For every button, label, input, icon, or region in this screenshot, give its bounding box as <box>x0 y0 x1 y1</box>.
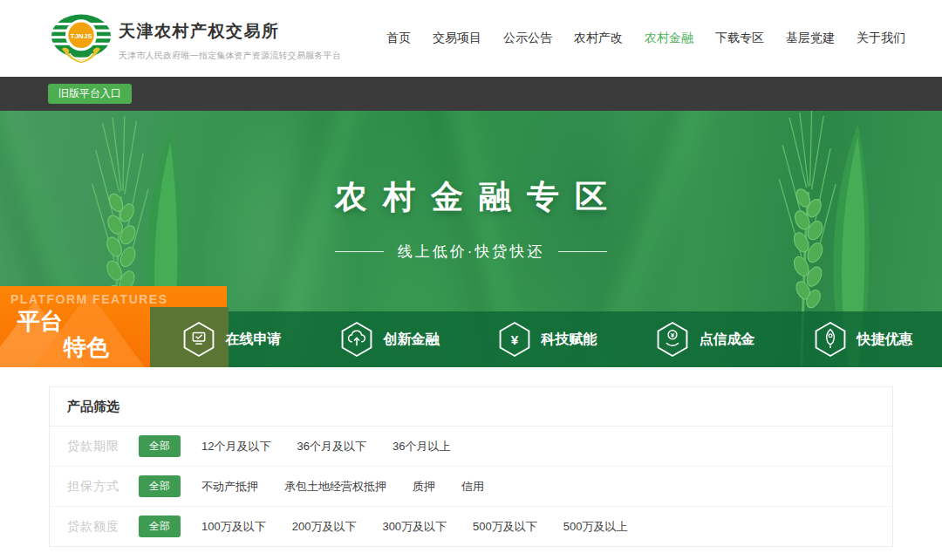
hand-coin-icon: ¥ <box>656 321 689 358</box>
feature-item-label: 创新金融 <box>384 331 440 349</box>
feature-item-label: 快捷优惠 <box>857 331 913 349</box>
nav-item-4[interactable]: 农村产改 <box>574 31 623 46</box>
nav-item-7[interactable]: 基层党建 <box>786 31 835 46</box>
filter-all-badge[interactable]: 全部 <box>139 516 181 537</box>
subtitle-left-line <box>335 251 384 252</box>
filter-options: 不动产抵押承包土地经营权抵押质押信用 <box>201 479 484 495</box>
filter-option-1-1[interactable]: 12个月及以下 <box>201 439 270 454</box>
site-header: TJNJS 天津农村产权交易所 天津市人民政府唯一指定集体资产资源流转交易服务平… <box>0 0 942 77</box>
yen-icon: ¥ <box>498 321 531 358</box>
hero-title: 农村金融专区 <box>0 175 942 219</box>
filter-rows: 贷款期限全部12个月及以下36个月及以下36个月以上担保方式全部不动产抵押承包土… <box>50 427 892 546</box>
platform-features-en-label: PLATFORM FEATURES <box>10 292 168 306</box>
filter-option-3-3[interactable]: 300万及以下 <box>382 519 447 535</box>
site-subtitle: 天津市人民政府唯一指定集体资产资源流转交易服务平台 <box>119 50 341 62</box>
svg-text:TJNJS: TJNJS <box>70 32 92 40</box>
filter-options: 12个月及以下36个月及以下36个月以上 <box>201 439 450 454</box>
site-title: 天津农村产权交易所 <box>119 20 341 43</box>
feature-item-1[interactable]: 在线申请 <box>153 311 311 367</box>
filter-option-3-2[interactable]: 200万及以下 <box>292 519 357 535</box>
secondary-topbar: 旧版平台入口 <box>0 77 942 111</box>
filter-all-badge[interactable]: 全部 <box>139 475 181 497</box>
subtitle-right-line <box>558 251 607 252</box>
feature-item-3[interactable]: ¥科技赋能 <box>468 311 626 367</box>
nav-item-5[interactable]: 农村金融 <box>645 31 693 46</box>
filter-option-2-2[interactable]: 承包土地经营权抵押 <box>284 479 386 495</box>
filter-card-title: 产品筛选 <box>50 387 892 427</box>
svg-text:¥: ¥ <box>670 331 674 339</box>
nav-item-2[interactable]: 交易项目 <box>433 31 481 46</box>
logo-emblem-icon: TJNJS <box>50 11 113 67</box>
nav-item-8[interactable]: 关于我们 <box>857 31 905 46</box>
filter-options: 100万及以下200万及以下300万及以下500万及以下500万及以上 <box>201 519 628 535</box>
filter-row-1: 贷款期限全部12个月及以下36个月及以下36个月以上 <box>50 427 892 466</box>
rocket-icon <box>814 321 847 358</box>
main-nav: 首页交易项目公示公告农村产改农村金融下载专区基层党建关于我们 <box>386 0 905 77</box>
hero-subtitle-row: 线上低价·快贷快还 <box>0 242 942 262</box>
filter-option-3-4[interactable]: 500万及以下 <box>473 519 537 535</box>
platform-label-zh: 平台 <box>17 306 63 337</box>
cloud-upload-icon <box>340 321 373 358</box>
feature-item-5[interactable]: 快捷优惠 <box>784 311 942 367</box>
brand-block: 天津农村产权交易所 天津市人民政府唯一指定集体资产资源流转交易服务平台 <box>119 20 341 62</box>
hero-banner: 农村金融专区 线上低价·快贷快还 PLATFORM FEATURES 平台 特色… <box>0 111 942 367</box>
features-label-zh: 特色 <box>64 332 109 363</box>
hero-subtitle: 线上低价·快贷快还 <box>398 242 545 262</box>
old-platform-entry-button[interactable]: 旧版平台入口 <box>48 84 132 104</box>
filter-row-3: 贷款额度全部100万及以下200万及以下300万及以下500万及以下500万及以… <box>50 506 892 546</box>
filter-row-label: 担保方式 <box>67 479 123 495</box>
feature-item-label: 科技赋能 <box>542 331 597 349</box>
filter-option-1-2[interactable]: 36个月及以下 <box>297 439 365 454</box>
filter-option-2-1[interactable]: 不动产抵押 <box>201 479 258 495</box>
filter-option-3-1[interactable]: 100万及以下 <box>201 519 266 535</box>
site-logo[interactable]: TJNJS <box>50 11 113 71</box>
nav-item-1[interactable]: 首页 <box>386 31 411 46</box>
feature-item-label: 在线申请 <box>226 331 282 349</box>
filter-all-badge[interactable]: 全部 <box>139 435 181 457</box>
filter-option-3-5[interactable]: 500万及以上 <box>563 519 628 535</box>
filter-row-label: 贷款期限 <box>67 439 123 454</box>
monitor-check-icon <box>182 321 215 358</box>
feature-items-row: 在线申请创新金融¥科技赋能¥点信成金快捷优惠 <box>153 311 942 367</box>
filter-row-label: 贷款额度 <box>67 519 123 535</box>
feature-item-4[interactable]: ¥点信成金 <box>626 311 784 367</box>
svg-text:¥: ¥ <box>510 332 518 347</box>
filter-option-2-3[interactable]: 质押 <box>413 479 435 495</box>
feature-item-2[interactable]: 创新金融 <box>311 311 468 367</box>
filter-option-1-3[interactable]: 36个月以上 <box>392 439 450 454</box>
filter-option-2-4[interactable]: 信用 <box>461 479 484 495</box>
nav-item-3[interactable]: 公示公告 <box>503 31 552 46</box>
filter-row-2: 担保方式全部不动产抵押承包土地经营权抵押质押信用 <box>50 466 892 506</box>
feature-item-label: 点信成金 <box>700 331 755 349</box>
nav-item-6[interactable]: 下载专区 <box>715 31 764 46</box>
product-filter-card: 产品筛选 贷款期限全部12个月及以下36个月及以下36个月以上担保方式全部不动产… <box>49 386 893 547</box>
